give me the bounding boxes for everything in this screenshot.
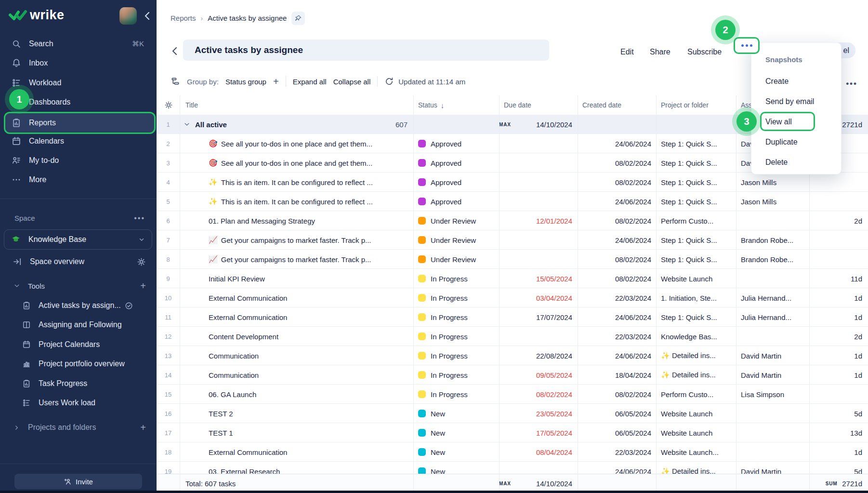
status-cell[interactable]: Under Review <box>418 250 497 269</box>
task-title[interactable]: External Communication <box>209 307 408 327</box>
report-more-button[interactable] <box>734 37 760 54</box>
status-cell[interactable]: In Progress <box>418 269 497 288</box>
sidebar-tool-active-tasks-by-assign[interactable]: Active tasks by assign... <box>22 296 157 315</box>
project-or-folder[interactable]: Website Launch <box>661 404 741 423</box>
status-cell[interactable]: In Progress <box>418 327 497 346</box>
project-or-folder[interactable]: Step 1: Quick S... <box>661 307 741 327</box>
task-title[interactable]: 06. GA Launch <box>209 385 408 404</box>
column-header-due-date[interactable]: Due date <box>504 95 531 115</box>
assignee[interactable]: Brandon Robe... <box>741 250 813 269</box>
sidebar-tool-users-work-load[interactable]: Users Work load <box>22 393 157 413</box>
add-grouping-plus-icon[interactable]: + <box>273 76 279 87</box>
column-header-project[interactable]: Project or folder <box>661 95 709 115</box>
edit-button[interactable]: Edit <box>620 36 634 67</box>
table-row[interactable]: 601. Plan and Messaging StrategyUnder Re… <box>157 211 868 230</box>
assignee[interactable]: Jason Mills <box>741 192 813 211</box>
collapse-all-button[interactable]: Collapse all <box>333 78 371 86</box>
table-row[interactable]: 18External CommunicationNew08/04/202422/… <box>157 442 868 462</box>
project-or-folder[interactable]: ✨ Detailed ins... <box>661 365 741 385</box>
column-header-status[interactable]: Status↓ <box>418 95 444 115</box>
sidebar-group-projects-and-folders[interactable]: Projects and folders + <box>0 418 157 437</box>
expand-all-button[interactable]: Expand all <box>293 78 327 86</box>
table-row[interactable]: 1903. External ResearchNew24/06/2024✨ De… <box>157 462 868 474</box>
assignee[interactable]: David Martin <box>741 462 813 474</box>
menu-item-send-by-email[interactable]: Send by email <box>751 94 842 109</box>
updated-status[interactable]: Updated at 11:14 am <box>384 77 465 86</box>
task-title[interactable]: Communication <box>209 365 408 385</box>
status-cell[interactable]: New <box>418 404 497 423</box>
status-cell[interactable]: In Progress <box>418 365 497 385</box>
back-chevron-icon[interactable] <box>171 46 180 57</box>
task-title[interactable]: 📈Get your campaigns to market faster. Tr… <box>209 250 408 269</box>
sidebar-tool-task-progress[interactable]: Task Progress <box>22 374 157 393</box>
table-row[interactable]: 12Content DevelopmentIn Progress22/03/20… <box>157 327 868 346</box>
sidebar-tool-project-calendars[interactable]: Project Calendars <box>22 335 157 354</box>
table-row[interactable]: 10External CommunicationIn Progress03/04… <box>157 288 868 307</box>
table-settings-gear-icon[interactable] <box>164 101 173 109</box>
assignee[interactable]: Brandon Robe... <box>741 230 813 250</box>
sidebar-collapse-icon[interactable] <box>143 10 152 22</box>
assignee[interactable]: Julia Hernand... <box>741 288 813 307</box>
sidebar-item-calendars[interactable]: Calendars <box>4 132 153 151</box>
table-row[interactable]: 1506. GA LaunchIn Progress08/02/202408/0… <box>157 385 868 404</box>
sidebar-item-reports[interactable]: Reports <box>4 112 156 134</box>
project-or-folder[interactable]: 1. Initiation, Ste... <box>661 288 741 307</box>
avatar[interactable] <box>119 7 137 25</box>
add-tool-plus-icon[interactable]: + <box>140 280 146 292</box>
sidebar-tool-assigning-and-following[interactable]: Assigning and Following <box>22 315 157 334</box>
project-or-folder[interactable]: Step 1: Quick S... <box>661 153 741 173</box>
pin-icon[interactable] <box>291 12 305 25</box>
status-cell[interactable]: Approved <box>418 153 497 173</box>
subscribe-button[interactable]: Subscribe <box>687 36 722 67</box>
table-row[interactable]: 9Initial KPI ReviewIn Progress15/05/2024… <box>157 269 868 288</box>
project-or-folder[interactable]: Website Launch <box>661 269 741 288</box>
project-or-folder[interactable]: Knowledge Bas... <box>661 327 741 346</box>
status-cell[interactable]: Approved <box>418 192 497 211</box>
project-or-folder[interactable]: Step 1: Quick S... <box>661 134 741 153</box>
space-more-icon[interactable]: ••• <box>134 214 145 223</box>
table-row[interactable]: 11External CommunicationIn Progress17/07… <box>157 307 868 327</box>
menu-item-duplicate[interactable]: Duplicate <box>751 134 842 150</box>
task-title[interactable]: 🎯See all your to-dos in one place and ge… <box>209 153 408 173</box>
task-title[interactable]: Initial KPI Review <box>209 269 408 288</box>
table-row[interactable]: 5✨This is an item. It can be configured … <box>157 192 868 211</box>
share-button[interactable]: Share <box>650 36 671 67</box>
status-cell[interactable]: In Progress <box>418 288 497 307</box>
project-or-folder[interactable]: Step 1: Quick S... <box>661 230 741 250</box>
sidebar-group-tools[interactable]: Tools + <box>0 276 157 295</box>
table-row[interactable]: 16TEST 2New23/05/202406/05/2024Website L… <box>157 404 868 423</box>
task-title[interactable]: External Communication <box>209 288 408 307</box>
add-project-plus-icon[interactable]: + <box>140 422 146 433</box>
task-title[interactable]: TEST 1 <box>209 423 408 442</box>
status-cell[interactable]: In Progress <box>418 307 497 327</box>
invite-button[interactable]: Invite <box>14 474 142 489</box>
project-or-folder[interactable]: Step 1: Quick S... <box>661 250 741 269</box>
task-title[interactable]: 03. External Research <box>209 462 408 474</box>
project-or-folder[interactable]: Step 1: Quick S... <box>661 173 741 192</box>
task-title[interactable]: ✨This is an item. It can be configured t… <box>209 192 408 211</box>
status-cell[interactable]: In Progress <box>418 385 497 404</box>
menu-item-create[interactable]: Create <box>751 74 842 89</box>
task-title[interactable]: Communication <box>209 346 408 365</box>
menu-item-delete[interactable]: Delete <box>751 155 842 170</box>
status-cell[interactable]: Under Review <box>418 211 497 230</box>
project-or-folder[interactable]: ✨ Detailed ins... <box>661 346 741 365</box>
task-title[interactable]: Content Development <box>209 327 408 346</box>
project-or-folder[interactable]: Website Launch... <box>661 442 741 462</box>
table-row[interactable]: 17TEST 1New17/05/202406/05/2024Website L… <box>157 423 868 442</box>
project-or-folder[interactable]: ✨ Detailed ins... <box>661 462 741 474</box>
status-cell[interactable]: Approved <box>418 134 497 153</box>
sidebar-item-inbox[interactable]: Inbox <box>4 53 153 73</box>
column-header-title[interactable]: Title <box>185 95 198 115</box>
task-title[interactable]: ✨This is an item. It can be configured t… <box>209 173 408 192</box>
assignee[interactable]: Jason Mills <box>741 173 813 192</box>
table-row[interactable]: 7📈Get your campaigns to market faster. T… <box>157 230 868 250</box>
assignee[interactable]: Lisa Simpson <box>741 385 813 404</box>
project-or-folder[interactable]: Perform Custo... <box>661 211 741 230</box>
task-title[interactable]: 01. Plan and Messaging Strategy <box>209 211 408 230</box>
project-or-folder[interactable]: Perform Custo... <box>661 385 741 404</box>
breadcrumb-reports[interactable]: Reports <box>171 14 196 22</box>
task-title[interactable]: 📈Get your campaigns to market faster. Tr… <box>209 230 408 250</box>
table-row[interactable]: 8📈Get your campaigns to market faster. T… <box>157 250 868 269</box>
table-row[interactable]: 14CommunicationIn Progress09/05/202418/0… <box>157 365 868 385</box>
